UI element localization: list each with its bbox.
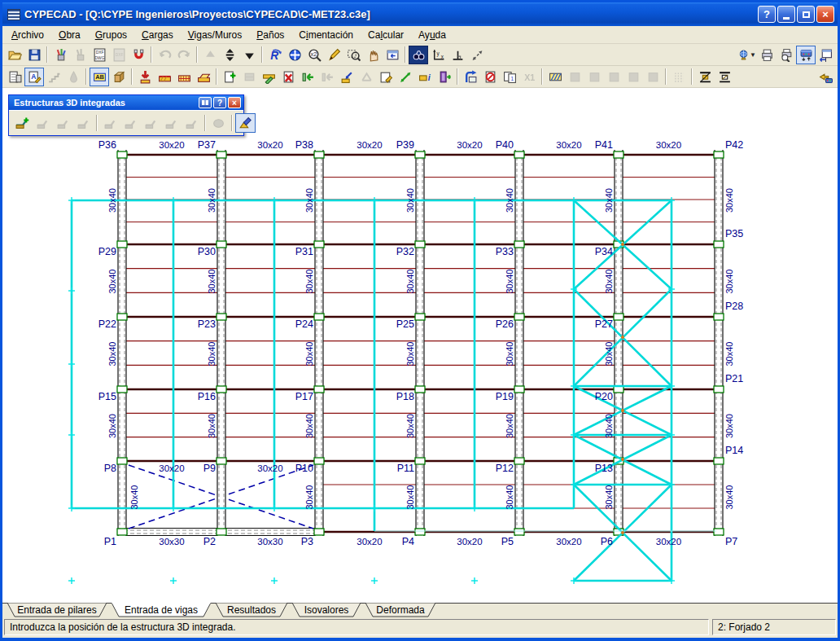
menu-vigas-muros[interactable]: Vigas/Muros — [181, 27, 249, 43]
plan-label: P21 — [725, 373, 743, 384]
drawing-canvas[interactable]: 30x2030x2030x2030x2030x2030x2030x3030x30… — [2, 88, 838, 603]
search-element-button[interactable] — [409, 46, 428, 64]
beam-views-1-button[interactable] — [695, 68, 715, 86]
redraw-icon: R — [269, 48, 282, 62]
add-3d-structure-button[interactable] — [12, 113, 33, 133]
menu-cimentaci-n[interactable]: Cimentación — [291, 27, 361, 43]
window-switch-button[interactable] — [816, 46, 835, 64]
grid-dots-icon — [672, 70, 686, 84]
dxf-dwg-layers-button: DXF — [109, 46, 129, 64]
status-bar: Introduzca la posición de la estructura … — [2, 617, 838, 638]
exit-group-button[interactable] — [435, 68, 454, 86]
menu-pa-os[interactable]: Paños — [249, 27, 291, 43]
edit-sketch-button[interactable] — [376, 68, 396, 86]
tool-gray-1-icon — [568, 70, 582, 84]
print-icon — [760, 48, 774, 62]
previous-zoom-button[interactable] — [383, 46, 402, 64]
references-ab-button[interactable]: AB — [90, 68, 109, 86]
beam-longitudinal-button[interactable] — [155, 68, 174, 86]
plan-label: 30x40 — [604, 414, 614, 438]
orthogonal-button[interactable] — [448, 46, 467, 64]
menu-obra[interactable]: Obra — [51, 27, 88, 43]
structural-plan[interactable]: 30x2030x2030x2030x2030x2030x2030x3030x30… — [2, 88, 838, 600]
zoom-window-icon — [347, 48, 361, 62]
disable-element-button[interactable] — [480, 68, 500, 86]
toolbar-separator — [131, 68, 133, 85]
delete-beam-button[interactable] — [278, 68, 298, 86]
toolbar-config-button[interactable] — [816, 68, 835, 86]
new-beam-button[interactable] — [220, 68, 239, 86]
beam-data-button[interactable]: A — [24, 68, 44, 86]
edit-beam-button[interactable] — [259, 68, 278, 86]
tab-label[interactable]: Deformada — [376, 604, 425, 616]
help-button[interactable]: ? — [758, 6, 776, 23]
resources-editor-gray-icon — [73, 48, 87, 62]
assign-beam-button[interactable] — [298, 68, 317, 86]
plan-label: 30x40 — [107, 414, 117, 438]
water-drop-button — [63, 68, 83, 86]
toolbar-visibility-button[interactable] — [796, 46, 816, 64]
palette-close-button[interactable]: × — [228, 97, 241, 108]
insert-beam-button[interactable] — [135, 68, 155, 86]
print-preview-button[interactable] — [777, 46, 796, 64]
beam-info-button[interactable]: i — [415, 68, 435, 86]
redraw-button[interactable]: R — [265, 46, 285, 64]
close-button[interactable]: × — [816, 6, 834, 23]
maximize-button[interactable] — [797, 6, 815, 23]
beam-views-2-button[interactable] — [715, 68, 734, 86]
plan-label: 30x20 — [159, 140, 184, 150]
plan-label: 30x40 — [304, 188, 314, 213]
hatch-panel-button[interactable] — [545, 68, 565, 86]
group-go-to-button[interactable] — [220, 46, 239, 64]
tab-label[interactable]: Entrada de vigas — [125, 604, 198, 616]
view-3d-box-button[interactable] — [109, 68, 129, 86]
plan-label: P42 — [725, 139, 743, 151]
group-down-button[interactable] — [239, 46, 259, 64]
coordinates-button[interactable]: yx — [428, 46, 448, 64]
view-3d-button[interactable]: ▼ — [737, 46, 757, 64]
zoom-window-button[interactable] — [343, 46, 363, 64]
save-button[interactable] — [24, 46, 44, 64]
svg-text:DXF: DXF — [115, 52, 123, 56]
beam-template-button[interactable] — [174, 68, 194, 86]
menu-calcular[interactable]: Calcular — [361, 27, 411, 43]
tab-label[interactable]: Entrada de pilares — [17, 604, 96, 616]
snap-lines-button[interactable] — [467, 46, 487, 64]
palette-title-bar[interactable]: Estructuras 3D integradas ? × — [9, 95, 243, 110]
palette-help-button[interactable]: ? — [213, 97, 226, 108]
object-snap-button[interactable] — [129, 46, 148, 64]
menu-grupos[interactable]: Grupos — [88, 27, 134, 43]
open-work-button[interactable] — [5, 46, 24, 64]
import-dxf-dwg-button[interactable]: DXFDWG — [90, 46, 109, 64]
stairs-icon — [47, 70, 61, 84]
copy-beam-button[interactable] — [337, 68, 357, 86]
menu-archivo[interactable]: Archivo — [4, 27, 51, 43]
plan-label: 30x40 — [207, 414, 217, 438]
tab-label[interactable]: Isovalores — [304, 604, 349, 616]
move-beam-icon — [399, 70, 413, 84]
move-beam-button[interactable] — [396, 68, 415, 86]
resources-editor-button[interactable] — [50, 46, 70, 64]
tab-label[interactable]: Resultados — [227, 604, 276, 616]
dropdown-arrow-icon[interactable]: ▼ — [750, 51, 756, 59]
toolbar-separator — [665, 68, 667, 85]
move-3d-structure-button — [33, 113, 53, 133]
print-button[interactable] — [757, 46, 777, 64]
edit-texts-button[interactable] — [324, 46, 343, 64]
snap-lines-icon — [470, 48, 484, 62]
beam-info-icon: i — [418, 70, 432, 84]
palette-book-button[interactable] — [199, 97, 212, 108]
insert-3d-structure-button[interactable] — [235, 113, 256, 133]
zoom-all-button[interactable] — [285, 46, 304, 64]
pillar-data-button[interactable] — [5, 68, 24, 86]
menu-ayuda[interactable]: Ayuda — [411, 27, 453, 43]
status-group-indicator[interactable]: 2: Forjado 2 — [712, 619, 836, 635]
insert-3d-view-button[interactable] — [461, 68, 480, 86]
pan-button[interactable] — [363, 46, 383, 64]
menu-cargas[interactable]: Cargas — [134, 27, 181, 43]
minimize-button[interactable] — [777, 6, 795, 23]
copy-group-button[interactable]: 1 — [500, 68, 519, 86]
zoom-x2-button[interactable]: x2 — [304, 46, 324, 64]
plan-label: 30x20 — [656, 537, 681, 547]
beam-3d-button[interactable] — [194, 68, 213, 86]
